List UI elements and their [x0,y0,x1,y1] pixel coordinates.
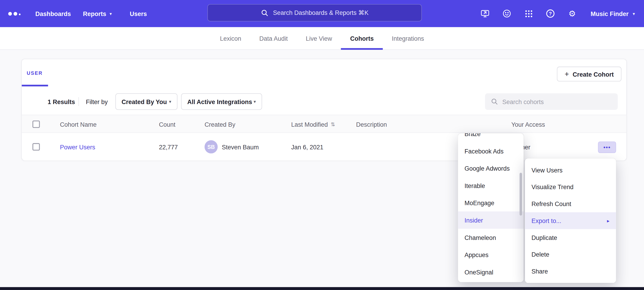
row-context-menu: View Users Visualize Trend Refresh Count… [525,158,616,283]
tab-label: Live View [306,35,332,42]
cohort-search[interactable] [485,93,618,110]
app-root: Dashboards Reports ▾ Users Search Dashbo… [0,0,644,290]
settings-icon[interactable]: ⚙ [567,8,578,19]
chevron-down-icon: ▾ [110,11,112,16]
tab-label: Integrations [392,35,424,42]
creator-name: Steven Baum [222,143,259,151]
cohort-name-cell: Power Users [60,133,95,161]
export-destinations-menu: Braze Facebook Ads Google Adwords Iterab… [458,133,524,282]
last-modified-cell: Jan 6, 2021 [291,133,323,161]
search-icon [260,9,268,17]
created-by-cell: SB Steven Baum [204,133,259,161]
chevron-down-icon: ▾ [169,99,171,104]
cohorts-card: USER + Create Cohort 1 Results Filter by… [22,59,627,160]
create-cohort-button[interactable]: + Create Cohort [557,67,622,81]
nav-item-users[interactable]: Users [130,0,147,27]
cohort-name-link[interactable]: Power Users [60,143,95,151]
menu-item-google-adwords[interactable]: Google Adwords [458,160,524,177]
ellipsis-icon: ••• [603,144,611,151]
filter-label: All Active Integrations [187,98,252,105]
tab-label: Cohorts [350,35,374,42]
menu-item-iterable[interactable]: Iterable [458,177,524,194]
nav-item-reports[interactable]: Reports ▾ [83,0,112,27]
menu-item-insider[interactable]: Insider [458,211,524,229]
count-cell: 22,777 [159,133,178,161]
workspace-name: Music Finder [590,10,628,17]
search-icon [491,98,498,105]
brand-dot-icon [14,12,17,16]
row-checkbox[interactable] [32,143,40,151]
scrollbar-thumb[interactable] [520,173,522,215]
menu-item-duplicate[interactable]: Duplicate [525,229,616,246]
avatar: SB [204,140,218,154]
table-header-row: Cohort Name Count Created By Last Modifi… [22,115,626,133]
chevron-down-icon: ▾ [633,11,635,16]
workspace-switcher[interactable]: Music Finder ▾ [590,0,635,27]
column-header-count: Count [159,115,176,133]
menu-item-export-to[interactable]: Export to... ▸ [525,212,616,229]
screen-share-icon[interactable] [480,8,490,19]
menu-item-delete[interactable]: Delete [525,246,616,263]
menu-item-facebook-ads[interactable]: Facebook Ads [458,142,524,160]
top-navbar: Dashboards Reports ▾ Users Search Dashbo… [0,0,644,27]
apps-grid-icon[interactable] [523,8,534,19]
results-count: 1 Results [48,93,75,110]
menu-item-appcues[interactable]: Appcues [458,246,524,263]
nav-item-label: Dashboards [36,10,71,17]
column-header-cohort-name: Cohort Name [60,115,96,133]
help-icon[interactable]: ? [545,8,556,19]
feedback-icon[interactable] [502,8,512,19]
row-actions-button[interactable]: ••• [598,141,616,153]
brand-logo[interactable] [8,0,20,27]
tab-label: Lexicon [220,35,241,42]
column-header-your-access: Your Access [511,115,545,133]
menu-item-moengage[interactable]: MoEngage [458,194,524,212]
nav-item-label: Users [130,10,147,17]
tab-lexicon[interactable]: Lexicon [211,27,250,49]
sort-icon[interactable]: ⇅ [331,121,335,127]
menu-item-refresh-count[interactable]: Refresh Count [525,195,616,212]
select-all-checkbox[interactable] [32,120,40,128]
brand-dot-icon [19,14,20,15]
tab-user-cohorts[interactable]: USER [27,70,43,76]
create-cohort-label: Create Cohort [573,70,614,78]
cohort-search-input[interactable] [502,98,607,105]
menu-item-braze[interactable]: Braze [458,133,524,142]
column-header-created-by: Created By [204,115,236,133]
section-tabs: Lexicon Data Audit Live View Cohorts Int… [0,27,644,50]
nav-item-dashboards[interactable]: Dashboards [36,0,71,27]
column-header-last-modified[interactable]: Last Modified ⇅ [291,115,335,133]
filter-created-by-dropdown[interactable]: Created By You ▾ [115,93,178,110]
divider [78,97,79,106]
column-header-description: Description [356,115,387,133]
chevron-down-icon: ▾ [254,99,256,104]
global-search-input[interactable]: Search Dashboards & Reports ⌘K [207,4,422,22]
filter-integrations-dropdown[interactable]: All Active Integrations ▾ [181,93,262,110]
brand-dot-icon [8,12,12,16]
tab-integrations[interactable]: Integrations [383,27,433,49]
submenu-arrow-icon: ▸ [607,218,610,223]
menu-item-onesignal[interactable]: OneSignal [458,263,524,281]
gear-icon: ⚙ [568,9,576,18]
menu-item-visualize-trend[interactable]: Visualize Trend [525,179,616,196]
bottom-edge-strip [0,287,644,290]
menu-item-view-users[interactable]: View Users [525,162,616,179]
filter-label: Created By You [122,98,167,105]
question-mark-icon: ? [546,9,554,18]
global-search-placeholder: Search Dashboards & Reports ⌘K [273,9,368,17]
tab-live-view[interactable]: Live View [297,27,341,49]
plus-icon: + [564,70,569,78]
tab-data-audit[interactable]: Data Audit [250,27,297,49]
active-tab-underline [22,85,48,86]
menu-item-chameleon[interactable]: Chameleon [458,229,524,246]
filter-by-label: Filter by [86,93,108,110]
tab-label: Data Audit [259,35,288,42]
table-row: Power Users 22,777 SB Steven Baum Jan 6,… [22,133,626,161]
nav-item-label: Reports [83,10,106,17]
menu-item-share[interactable]: Share [525,263,616,280]
tab-cohorts[interactable]: Cohorts [341,27,383,49]
